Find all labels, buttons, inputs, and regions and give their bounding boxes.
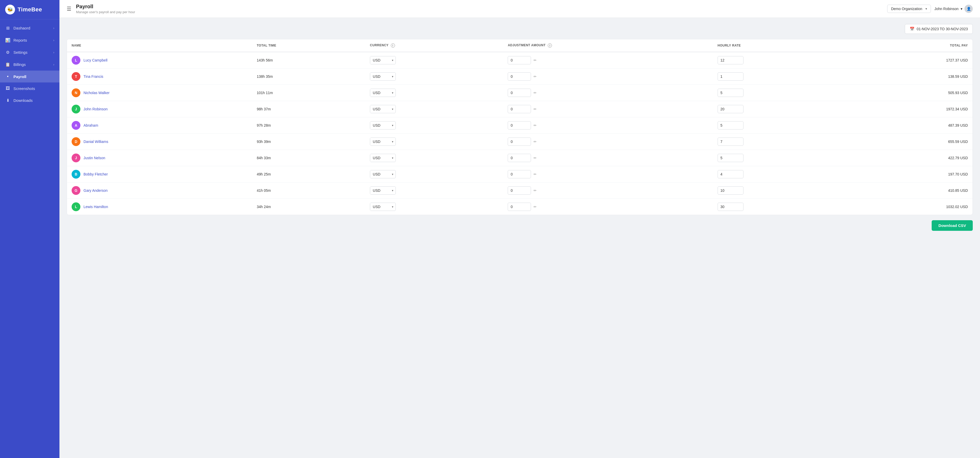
adjustment-edit-button-3[interactable]: ✏: [533, 107, 538, 112]
adjustment-info-icon: i: [548, 43, 552, 48]
adjustment-edit-button-5[interactable]: ✏: [533, 139, 538, 144]
cell-adjustment-5: ✏: [503, 134, 713, 150]
table-row: A Abraham 97h 28m USD EUR GBP ▾: [67, 117, 972, 134]
content-area: 📅 01-NOV-2023 TO 30-NOV-2023 NAME TOTAL …: [59, 18, 980, 458]
user-link-2[interactable]: Nicholas Walker: [83, 91, 110, 95]
cell-currency-0: USD EUR GBP ▾: [365, 52, 503, 68]
org-selector-chevron: ▾: [926, 7, 927, 11]
user-link-1[interactable]: Tina Francis: [83, 75, 103, 79]
sidebar-item-payroll[interactable]: • Payroll: [0, 70, 59, 83]
cell-currency-2: USD EUR GBP ▾: [365, 85, 503, 101]
avatar-6: J: [72, 154, 80, 162]
topbar: ☰ Payroll Manage user's payroll and pay …: [59, 0, 980, 18]
hourly-rate-input-0[interactable]: [718, 56, 743, 64]
currency-select-4[interactable]: USD EUR GBP: [370, 121, 390, 129]
cell-adjustment-3: ✏: [503, 101, 713, 117]
avatar-4: A: [72, 121, 80, 130]
cell-hourly-2: [713, 85, 851, 101]
currency-select-1[interactable]: USD EUR GBP: [370, 73, 390, 80]
adjustment-edit-button-0[interactable]: ✏: [533, 58, 538, 63]
adjustment-input-8[interactable]: [508, 186, 531, 195]
adjustment-input-2[interactable]: [508, 89, 531, 97]
adjustment-input-4[interactable]: [508, 121, 531, 129]
hourly-rate-input-5[interactable]: [718, 137, 743, 146]
chevron-right-icon: ›: [53, 51, 54, 54]
adjustment-edit-button-2[interactable]: ✏: [533, 90, 538, 95]
sidebar-item-billings[interactable]: 📋 Billings ›: [0, 59, 59, 70]
payroll-table-card: NAME TOTAL TIME CURRENCY i ADJUSTMENT AM…: [67, 39, 973, 215]
menu-toggle-button[interactable]: ☰: [67, 6, 72, 12]
cell-name-2: N Nicholas Walker: [67, 85, 252, 101]
cell-time-9: 34h 24m: [252, 199, 365, 215]
adjustment-input-1[interactable]: [508, 72, 531, 81]
cell-adjustment-4: ✏: [503, 117, 713, 134]
currency-select-6[interactable]: USD EUR GBP: [370, 154, 390, 162]
currency-select-5[interactable]: USD EUR GBP: [370, 138, 390, 146]
date-bar: 📅 01-NOV-2023 TO 30-NOV-2023: [67, 24, 973, 34]
cell-currency-4: USD EUR GBP ▾: [365, 117, 503, 134]
hourly-rate-input-4[interactable]: [718, 121, 743, 129]
user-link-4[interactable]: Abraham: [83, 123, 98, 127]
cell-currency-9: USD EUR GBP ▾: [365, 199, 503, 215]
sidebar-item-reports[interactable]: 📊 Reports ›: [0, 34, 59, 46]
hourly-rate-input-7[interactable]: [718, 170, 743, 178]
cell-name-5: D Danial Williams: [67, 134, 252, 150]
hourly-rate-input-6[interactable]: [718, 154, 743, 162]
adjustment-edit-button-4[interactable]: ✏: [533, 123, 538, 128]
cell-adjustment-8: ✏: [503, 183, 713, 199]
cell-currency-6: USD EUR GBP ▾: [365, 150, 503, 166]
adjustment-input-9[interactable]: [508, 203, 531, 211]
cell-time-6: 84h 33m: [252, 150, 365, 166]
sidebar-item-dashboard[interactable]: ⊞ Dashaord ›: [0, 22, 59, 34]
hourly-rate-input-8[interactable]: [718, 186, 743, 195]
page-header: Payroll Manage user's payroll and pay pe…: [76, 4, 135, 14]
cell-name-9: L Lewis Hamilton: [67, 199, 252, 215]
currency-select-3[interactable]: USD EUR GBP: [370, 105, 390, 113]
user-link-8[interactable]: Gary Anderson: [83, 188, 108, 192]
sidebar-nav: ⊞ Dashaord › 📊 Reports › ⚙ Settings › 📋 …: [0, 19, 59, 458]
user-menu[interactable]: John Robinson ▾ 👤: [934, 5, 973, 13]
date-range-button[interactable]: 📅 01-NOV-2023 TO 30-NOV-2023: [905, 24, 973, 34]
adjustment-input-6[interactable]: [508, 154, 531, 162]
cell-hourly-4: [713, 117, 851, 134]
currency-select-7[interactable]: USD EUR GBP: [370, 170, 390, 178]
user-link-0[interactable]: Lucy Campbell: [83, 58, 108, 62]
hourly-rate-input-9[interactable]: [718, 203, 743, 211]
nav-icon-reports: 📊: [5, 38, 10, 43]
chevron-right-icon: ›: [53, 26, 54, 30]
download-csv-button[interactable]: Download CSV: [932, 220, 973, 231]
currency-select-8[interactable]: USD EUR GBP: [370, 187, 390, 194]
sidebar-item-screenshots[interactable]: 🖼 Screenshots: [0, 83, 59, 94]
adjustment-edit-button-8[interactable]: ✏: [533, 188, 538, 193]
sidebar-item-settings[interactable]: ⚙ Settings ›: [0, 46, 59, 59]
user-link-9[interactable]: Lewis Hamilton: [83, 205, 108, 209]
adjustment-edit-button-6[interactable]: ✏: [533, 155, 538, 161]
table-header: NAME TOTAL TIME CURRENCY i ADJUSTMENT AM…: [67, 39, 972, 52]
cell-total-pay-2: 505.93 USD: [851, 85, 972, 101]
hourly-rate-input-1[interactable]: [718, 72, 743, 81]
adjustment-edit-button-1[interactable]: ✏: [533, 74, 538, 79]
user-link-5[interactable]: Danial Williams: [83, 140, 108, 144]
adjustment-input-5[interactable]: [508, 137, 531, 146]
chevron-right-icon: ›: [53, 38, 54, 42]
avatar-1: T: [72, 72, 80, 81]
currency-select-9[interactable]: USD EUR GBP: [370, 203, 390, 211]
currency-select-0[interactable]: USD EUR GBP: [370, 56, 390, 64]
adjustment-edit-button-9[interactable]: ✏: [533, 204, 538, 209]
col-total-pay: TOTAL PAY: [851, 39, 972, 52]
sidebar-item-downloads[interactable]: ⬇ Downloads: [0, 94, 59, 107]
user-link-6[interactable]: Justin Nelson: [83, 156, 105, 160]
org-selector[interactable]: Demo Organization ▾: [887, 5, 931, 13]
adjustment-input-7[interactable]: [508, 170, 531, 178]
hourly-rate-input-2[interactable]: [718, 89, 743, 97]
adjustment-input-3[interactable]: [508, 105, 531, 113]
user-link-7[interactable]: Bobby Fletcher: [83, 172, 108, 176]
cell-time-3: 98h 37m: [252, 101, 365, 117]
nav-icon-payroll: •: [5, 74, 10, 79]
user-link-3[interactable]: John Robinson: [83, 107, 108, 111]
adjustment-edit-button-7[interactable]: ✏: [533, 172, 538, 177]
currency-select-2[interactable]: USD EUR GBP: [370, 89, 390, 97]
cell-adjustment-1: ✏: [503, 68, 713, 85]
adjustment-input-0[interactable]: [508, 56, 531, 64]
hourly-rate-input-3[interactable]: [718, 105, 743, 113]
